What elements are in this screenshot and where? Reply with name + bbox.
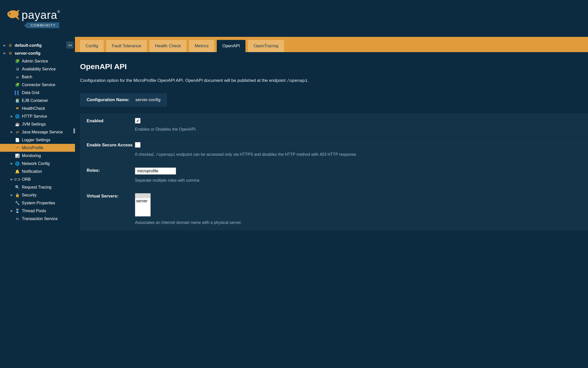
main: ConfigFault ToleranceHealth CheckMetrics…	[75, 37, 588, 368]
sidebar-item-icon: 🌐	[15, 161, 20, 166]
configuration-name-value: server-config	[135, 97, 160, 102]
sidebar-item-thread-pools[interactable]: ▶🧵Thread Pools	[0, 207, 75, 215]
sidebar-item-ejb-container[interactable]: ▶🫙EJB Container	[0, 97, 75, 104]
sidebar-item-icon: ≣	[15, 74, 20, 80]
tab-openapi[interactable]: OpenAPI	[217, 40, 245, 52]
sidebar-item-availability-service[interactable]: ▶🖥Availability Service	[0, 65, 75, 73]
tab-fault-tolerance[interactable]: Fault Tolerance	[106, 40, 147, 52]
sidebar-item-microprofile[interactable]: ▶〰MicroProfile	[0, 144, 75, 152]
sidebar-item-icon: 〰	[15, 145, 20, 150]
chevron-double-left-icon: ◂◂	[68, 43, 72, 47]
sidebar-item-label: Network Config	[22, 161, 50, 166]
content: OpenAPI API Configuration option for the…	[75, 52, 588, 368]
sidebar-item-label: Connector Service	[22, 83, 55, 87]
sidebar-item-label: Availability Service	[22, 67, 56, 71]
caret-right-icon: ▶	[4, 52, 7, 55]
configuration-name-label: Configuration Name:	[87, 97, 129, 102]
sidebar-item-request-tracing[interactable]: ▶🔍Request Tracing	[0, 183, 75, 191]
tab-config[interactable]: Config	[80, 40, 104, 52]
sidebar-item-label: MicroProfile	[22, 146, 43, 150]
caret-right-icon: ▶	[11, 209, 14, 212]
sidebar-item-icon: 🧵	[15, 208, 20, 213]
sidebar-item-icon: ⊂⊃	[15, 177, 20, 182]
sidebar-item-label: Admin Service	[22, 59, 48, 64]
sidebar-item-notification[interactable]: ▶🔔Notification	[0, 167, 75, 175]
sidebar-item-label: EJB Container	[22, 98, 48, 103]
sidebar-collapse-button[interactable]: ◂◂	[66, 41, 73, 49]
sidebar-item-icon: 🌐	[15, 114, 20, 119]
roles-label: Roles:	[87, 167, 135, 183]
tab-health-check[interactable]: Health Check	[149, 40, 187, 52]
sidebar-root-default-config[interactable]: ▶⚙default-config	[0, 41, 75, 49]
sidebar-item-label: Transaction Service	[22, 217, 58, 221]
header: payara® COMMUNITY	[0, 0, 588, 37]
config-icon: ⚙	[8, 51, 13, 56]
row-enabled: Enabled Enables or Disables the OpenAPI.	[80, 113, 588, 137]
sidebar-item-network-config[interactable]: ▶🌐Network Config	[0, 160, 75, 167]
tab-metrics[interactable]: Metrics	[189, 40, 214, 52]
sidebar-item-icon: 🧩	[15, 59, 20, 64]
sidebar-item-logger-settings[interactable]: ▶📄Logger Settings	[0, 136, 75, 144]
sidebar-item-jvm-settings[interactable]: ▶☕JVM Settings	[0, 120, 75, 128]
caret-right-icon: ▶	[11, 193, 14, 197]
sidebar-item-connector-service[interactable]: ▶🧩Connector Service	[0, 81, 75, 89]
sidebar-item-label: HTTP Service	[22, 114, 47, 119]
scrollbar-thumb[interactable]	[73, 128, 75, 133]
sidebar-item-system-properties[interactable]: ▶🔧System Properties	[0, 199, 75, 207]
sidebar-item-security[interactable]: ▶🔒Security	[0, 191, 75, 199]
sidebar-item-transaction-service[interactable]: ▶⇆Transaction Service	[0, 215, 75, 223]
sidebar-item-icon: ⇄	[15, 130, 20, 135]
sidebar-item-java-message-service[interactable]: ▶⇄Java Message Service	[0, 128, 75, 136]
sidebar-item-icon: 📄	[15, 137, 20, 143]
caret-right-icon: ▶	[11, 115, 14, 118]
sidebar-item-label: JVM Settings	[22, 122, 46, 127]
sidebar-item-label: ORB	[22, 177, 31, 182]
sidebar-item-http-service[interactable]: ▶🌐HTTP Service	[0, 112, 75, 120]
sidebar-item-icon: 🧩	[15, 82, 20, 87]
sidebar-item-label: Java Message Service	[22, 130, 63, 134]
row-secure-access: Enable Secure Access If checked, /openap…	[80, 137, 588, 163]
enabled-help: Enables or Disables the OpenAPI.	[135, 127, 581, 132]
enabled-checkbox[interactable]	[135, 118, 141, 124]
tab-opentracing[interactable]: OpenTracing	[248, 40, 284, 52]
sidebar-item-orb[interactable]: ▶⊂⊃ORB	[0, 175, 75, 183]
sidebar-item-admin-service[interactable]: ▶🧩Admin Service	[0, 57, 75, 65]
sidebar-root-label: server-config	[15, 51, 40, 56]
logo: payara® COMMUNITY	[6, 9, 60, 28]
sidebar-item-label: Logger Settings	[22, 138, 50, 142]
sidebar-item-label: Notification	[22, 169, 42, 174]
logo-text: payara®	[22, 9, 60, 21]
virtual-servers-select[interactable]: server	[135, 193, 151, 217]
sidebar-item-icon: 🔒	[15, 193, 20, 198]
sidebar-item-label: Monitoring	[22, 154, 41, 158]
sidebar-item-label: Data Grid	[22, 90, 39, 95]
roles-input[interactable]	[135, 167, 176, 175]
secure-access-label: Enable Secure Access	[87, 142, 135, 157]
sidebar-item-icon: 🔧	[15, 201, 20, 206]
sidebar-root-server-config[interactable]: ▶⚙server-config	[0, 49, 75, 57]
caret-right-icon: ▶	[11, 130, 14, 134]
sidebar-item-icon: 🔍	[15, 185, 20, 190]
nav-tree: ▶⚙default-config▶⚙server-config▶🧩Admin S…	[0, 37, 75, 223]
config-icon: ⚙	[8, 43, 13, 48]
virtual-server-option[interactable]: server	[135, 198, 150, 204]
sidebar-item-batch[interactable]: ▶≣Batch	[0, 73, 75, 81]
virtual-servers-help: Associates an Internet domain name with …	[135, 220, 581, 225]
sidebar-item-label: HealthCheck	[22, 106, 45, 111]
secure-access-checkbox[interactable]	[135, 142, 141, 148]
page-description: Configuration option for the MicroProfil…	[80, 78, 588, 83]
roles-help: Separate multiple roles with comma	[135, 178, 581, 183]
configuration-name-bar: Configuration Name: server-config	[80, 93, 167, 106]
sidebar-item-label: Thread Pools	[22, 209, 46, 213]
page-title: OpenAPI API	[80, 62, 588, 71]
sidebar-item-label: System Properties	[22, 201, 55, 205]
sidebar-item-data-grid[interactable]: ▶▌▌Data Grid	[0, 89, 75, 97]
sidebar-item-icon: 📊	[15, 153, 20, 158]
sidebar-item-healthcheck[interactable]: ▶❤HealthCheck	[0, 104, 75, 112]
sidebar-item-icon: ❤	[15, 106, 20, 111]
sidebar-item-label: Security	[22, 193, 37, 197]
sidebar-item-icon: 🖥	[15, 67, 20, 72]
sidebar-item-monitoring[interactable]: ▶📊Monitoring	[0, 152, 75, 160]
virtual-server-option[interactable]	[135, 193, 150, 198]
row-roles: Roles: Separate multiple roles with comm…	[80, 163, 588, 188]
